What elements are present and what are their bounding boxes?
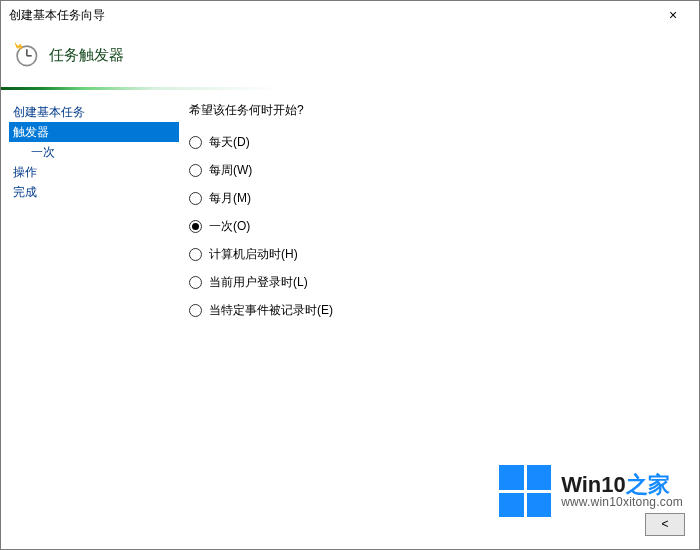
trigger-option[interactable]: 一次(O) bbox=[189, 217, 685, 235]
radio-icon[interactable] bbox=[189, 304, 202, 317]
wizard-body: 创建基本任务触发器一次操作完成 希望该任务何时开始? 每天(D)每周(W)每月(… bbox=[1, 90, 699, 509]
wizard-heading: 任务触发器 bbox=[49, 46, 124, 65]
radio-icon[interactable] bbox=[189, 164, 202, 177]
radio-label: 当特定事件被记录时(E) bbox=[209, 302, 333, 319]
trigger-option[interactable]: 每天(D) bbox=[189, 133, 685, 151]
wizard-content: 希望该任务何时开始? 每天(D)每周(W)每月(M)一次(O)计算机启动时(H)… bbox=[179, 102, 699, 509]
clock-new-icon bbox=[13, 42, 39, 68]
trigger-prompt: 希望该任务何时开始? bbox=[189, 102, 685, 119]
radio-label: 每月(M) bbox=[209, 190, 251, 207]
radio-label: 每天(D) bbox=[209, 134, 250, 151]
radio-icon[interactable] bbox=[189, 192, 202, 205]
window-title: 创建基本任务向导 bbox=[9, 7, 653, 24]
radio-icon[interactable] bbox=[189, 276, 202, 289]
sidebar-step[interactable]: 完成 bbox=[9, 182, 179, 202]
radio-label: 计算机启动时(H) bbox=[209, 246, 298, 263]
trigger-radio-group: 每天(D)每周(W)每月(M)一次(O)计算机启动时(H)当前用户登录时(L)当… bbox=[189, 129, 685, 319]
sidebar-step[interactable]: 创建基本任务 bbox=[9, 102, 179, 122]
titlebar: 创建基本任务向导 × bbox=[1, 1, 699, 29]
radio-label: 每周(W) bbox=[209, 162, 252, 179]
radio-icon[interactable] bbox=[189, 248, 202, 261]
radio-label: 一次(O) bbox=[209, 218, 250, 235]
sidebar-step[interactable]: 操作 bbox=[9, 162, 179, 182]
wizard-button-row: < bbox=[1, 509, 699, 549]
trigger-option[interactable]: 计算机启动时(H) bbox=[189, 245, 685, 263]
trigger-option[interactable]: 当特定事件被记录时(E) bbox=[189, 301, 685, 319]
back-button[interactable]: < bbox=[645, 513, 685, 536]
sidebar-step[interactable]: 触发器 bbox=[9, 122, 179, 142]
radio-icon[interactable] bbox=[189, 220, 202, 233]
trigger-option[interactable]: 当前用户登录时(L) bbox=[189, 273, 685, 291]
wizard-header: 任务触发器 bbox=[1, 29, 699, 87]
wizard-window: 创建基本任务向导 × 任务触发器 创建基本任务触发器一次操作完成 希望该任务何时… bbox=[0, 0, 700, 550]
radio-label: 当前用户登录时(L) bbox=[209, 274, 308, 291]
radio-icon[interactable] bbox=[189, 136, 202, 149]
trigger-option[interactable]: 每周(W) bbox=[189, 161, 685, 179]
close-button[interactable]: × bbox=[653, 4, 693, 26]
wizard-steps-sidebar: 创建基本任务触发器一次操作完成 bbox=[1, 102, 179, 509]
trigger-option[interactable]: 每月(M) bbox=[189, 189, 685, 207]
sidebar-step[interactable]: 一次 bbox=[9, 142, 179, 162]
